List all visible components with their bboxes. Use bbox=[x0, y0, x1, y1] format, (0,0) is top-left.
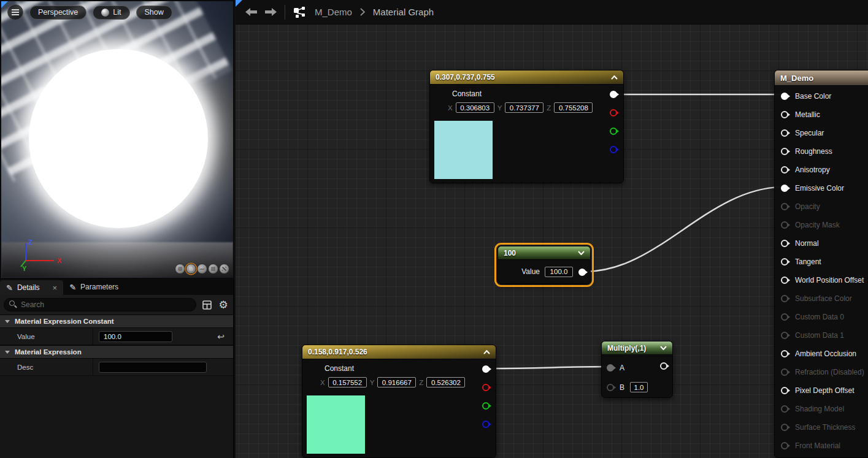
material-input-pin[interactable] bbox=[781, 185, 788, 192]
preview-shape-cube-button[interactable] bbox=[208, 264, 218, 274]
material-output-pin-row[interactable]: Tangent bbox=[775, 253, 868, 271]
y-input[interactable] bbox=[377, 377, 416, 387]
output-pin[interactable] bbox=[660, 362, 667, 370]
node-header[interactable]: 0.158,0.917,0.526 bbox=[302, 345, 496, 359]
material-input-pin[interactable] bbox=[781, 295, 788, 302]
output-pin-rgb[interactable] bbox=[482, 365, 490, 373]
material-output-pin-row[interactable]: Metallic bbox=[775, 105, 868, 124]
value-input[interactable] bbox=[99, 331, 172, 342]
material-output-pin-row[interactable]: Anisotropy bbox=[775, 161, 868, 179]
close-tab-icon[interactable]: × bbox=[53, 284, 58, 292]
material-output-pin-row[interactable]: Custom Data 0 bbox=[775, 308, 868, 326]
perspective-button[interactable]: Perspective bbox=[29, 6, 86, 20]
material-input-pin[interactable] bbox=[781, 148, 788, 155]
material-output-pin-row[interactable]: Surface Thickness bbox=[775, 418, 868, 437]
output-pin-rgb[interactable] bbox=[610, 91, 617, 98]
breadcrumb-asset[interactable]: M_Demo bbox=[315, 7, 352, 17]
material-input-pin[interactable] bbox=[781, 277, 788, 284]
material-output-pin-row[interactable]: Emissive Color bbox=[775, 179, 868, 197]
b-value-input[interactable] bbox=[630, 382, 648, 392]
node-multiply[interactable]: Multiply(,1) A B bbox=[601, 341, 673, 398]
preview-shape-cylinder-button[interactable] bbox=[175, 264, 185, 274]
material-output-pin-row[interactable]: Specular bbox=[775, 124, 868, 142]
material-input-pin[interactable] bbox=[781, 387, 788, 394]
output-pin-b[interactable] bbox=[482, 421, 490, 428]
preview-shape-sphere-button[interactable] bbox=[186, 264, 196, 274]
node-constant3-top[interactable]: 0.307,0.737,0.755 Constant X Y Z bbox=[429, 70, 624, 183]
material-output-pin-row[interactable]: Normal bbox=[775, 234, 868, 253]
material-output-pin-row[interactable]: World Position Offset bbox=[775, 271, 868, 289]
viewport-menu-button[interactable] bbox=[7, 4, 23, 20]
tab-details[interactable]: ✎ Details × bbox=[0, 280, 63, 295]
material-output-pin-row[interactable]: Shading Model bbox=[775, 400, 868, 418]
chevron-up-icon[interactable] bbox=[611, 75, 618, 80]
input-pin-a[interactable] bbox=[607, 364, 614, 372]
output-pin-b[interactable] bbox=[610, 146, 617, 153]
chevron-down-icon[interactable] bbox=[660, 346, 667, 350]
input-pin-b[interactable] bbox=[607, 384, 614, 391]
output-pin-r[interactable] bbox=[482, 384, 490, 391]
material-input-pin[interactable] bbox=[781, 405, 788, 413]
scalar-value-input[interactable] bbox=[545, 267, 573, 277]
preview-sphere-glowing[interactable] bbox=[29, 49, 208, 228]
material-output-pin-row[interactable]: Ambient Occlusion bbox=[775, 345, 868, 363]
material-input-pin[interactable] bbox=[781, 313, 788, 321]
material-output-pin-row[interactable]: Opacity bbox=[775, 197, 868, 216]
material-input-pin[interactable] bbox=[781, 111, 788, 118]
tab-parameters[interactable]: ✎ Parameters bbox=[63, 279, 125, 295]
y-input[interactable] bbox=[505, 102, 543, 113]
section-material-expression[interactable]: Material Expression bbox=[0, 345, 233, 359]
material-output-pin-row[interactable]: Pixel Depth Offset bbox=[775, 381, 868, 400]
z-input[interactable] bbox=[554, 102, 593, 113]
x-input[interactable] bbox=[328, 377, 367, 387]
output-pin[interactable] bbox=[578, 269, 586, 276]
x-input[interactable] bbox=[456, 102, 494, 113]
material-graph-panel[interactable]: 0.307,0.737,0.755 Constant X Y Z bbox=[236, 0, 868, 458]
material-input-pin[interactable] bbox=[781, 221, 788, 229]
node-constant3-bottom[interactable]: 0.158,0.917,0.526 Constant X Y Z bbox=[302, 345, 496, 458]
material-input-pin[interactable] bbox=[781, 350, 788, 357]
chevron-up-icon[interactable] bbox=[483, 350, 490, 354]
output-pin-r[interactable] bbox=[610, 109, 617, 116]
material-output-pin-row[interactable]: Custom Data 1 bbox=[775, 326, 868, 345]
reset-to-default-icon[interactable]: ↩ bbox=[217, 332, 225, 342]
node-header[interactable]: M_Demo bbox=[775, 71, 868, 86]
node-title: Multiply(,1) bbox=[607, 344, 646, 353]
preview-shape-teapot-button[interactable] bbox=[219, 264, 229, 274]
node-header[interactable]: 100 bbox=[498, 246, 590, 260]
material-input-pin[interactable] bbox=[781, 203, 788, 210]
lit-mode-button[interactable]: Lit bbox=[93, 6, 129, 20]
material-input-pin[interactable] bbox=[781, 258, 788, 265]
material-output-pin-row[interactable]: Base Color bbox=[775, 87, 868, 105]
back-arrow-icon[interactable] bbox=[245, 8, 257, 16]
section-material-expression-constant[interactable]: Material Expression Constant bbox=[0, 315, 233, 328]
search-input[interactable] bbox=[4, 298, 196, 311]
material-input-pin[interactable] bbox=[781, 129, 788, 137]
output-pin-g[interactable] bbox=[610, 128, 617, 135]
material-input-pin[interactable] bbox=[781, 240, 788, 247]
chevron-down-icon[interactable] bbox=[578, 251, 585, 255]
material-input-pin[interactable] bbox=[781, 332, 788, 339]
display-filter-icon[interactable] bbox=[201, 299, 213, 311]
material-output-pin-row[interactable]: Subsurface Color bbox=[775, 289, 868, 308]
node-material-result[interactable]: M_Demo Base Color Metallic Specular Roug… bbox=[774, 70, 868, 458]
material-input-pin[interactable] bbox=[781, 93, 788, 100]
node-header[interactable]: 0.307,0.737,0.755 bbox=[430, 71, 623, 85]
z-input[interactable] bbox=[426, 377, 465, 387]
material-output-pin-row[interactable]: Opacity Mask bbox=[775, 216, 868, 234]
material-output-pin-row[interactable]: Refraction (Disabled) bbox=[775, 363, 868, 381]
material-input-pin[interactable] bbox=[781, 166, 788, 174]
forward-arrow-icon[interactable] bbox=[265, 8, 277, 16]
preview-shape-plane-button[interactable] bbox=[197, 264, 207, 274]
desc-input[interactable] bbox=[99, 362, 207, 373]
material-input-pin[interactable] bbox=[781, 442, 788, 449]
material-input-pin[interactable] bbox=[781, 368, 788, 376]
output-pin-g[interactable] bbox=[482, 402, 490, 410]
material-output-pin-row[interactable]: Roughness bbox=[775, 142, 868, 161]
node-header[interactable]: Multiply(,1) bbox=[602, 342, 672, 355]
material-input-pin[interactable] bbox=[781, 424, 788, 431]
show-button[interactable]: Show bbox=[136, 6, 172, 20]
settings-gear-icon[interactable]: ⚙ bbox=[217, 299, 229, 311]
node-constant-scalar[interactable]: 100 Value bbox=[497, 246, 591, 284]
material-output-pin-row[interactable]: Front Material bbox=[775, 437, 868, 455]
